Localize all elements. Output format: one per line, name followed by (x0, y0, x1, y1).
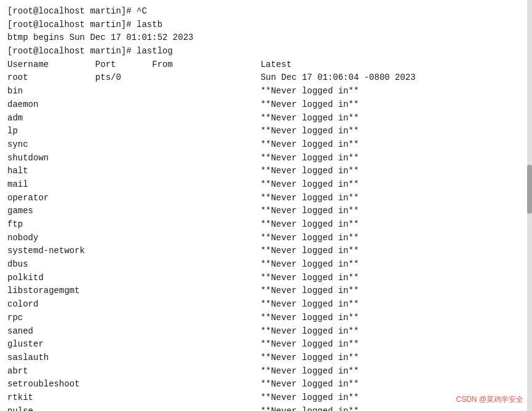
terminal-line: ftp **Never logged in** (7, 218, 525, 232)
terminal-line: [root@localhost martin]# lastlog (7, 45, 525, 58)
terminal-line: setroubleshoot **Never logged in** (7, 378, 525, 391)
terminal-line: bin **Never logged in** (7, 85, 525, 98)
terminal-line: pulse **Never logged in** (7, 405, 525, 411)
scrollbar-thumb[interactable] (527, 165, 532, 214)
terminal-line: adm **Never logged in** (7, 112, 525, 125)
terminal-line: abrt **Never logged in** (7, 365, 525, 378)
terminal-line: [root@localhost martin]# lastb (7, 18, 525, 32)
watermark: CSDN @菜鸡学安全 (456, 394, 523, 405)
terminal-line: rtkit **Never logged in** (7, 391, 525, 405)
terminal: [root@localhost martin]# ^C[root@localho… (0, 0, 532, 411)
terminal-line: shutdown **Never logged in** (7, 152, 525, 165)
terminal-line: games **Never logged in** (7, 205, 525, 218)
terminal-line: dbus **Never logged in** (7, 258, 525, 272)
terminal-line: saslauth **Never logged in** (7, 351, 525, 365)
terminal-line: rpc **Never logged in** (7, 311, 525, 325)
terminal-line: nobody **Never logged in** (7, 232, 525, 245)
terminal-line: lp **Never logged in** (7, 125, 525, 138)
terminal-line: saned **Never logged in** (7, 325, 525, 339)
terminal-line: operator **Never logged in** (7, 192, 525, 205)
terminal-line: [root@localhost martin]# ^C (7, 5, 525, 18)
terminal-line: mail **Never logged in** (7, 178, 525, 192)
terminal-line: systemd-network **Never logged in** (7, 245, 525, 258)
terminal-line: polkitd **Never logged in** (7, 272, 525, 285)
terminal-line: Username Port From Latest (7, 58, 525, 72)
terminal-line: libstoragemgmt **Never logged in** (7, 284, 525, 298)
terminal-line: gluster **Never logged in** (7, 338, 525, 351)
terminal-line: root pts/0 Sun Dec 17 01:06:04 -0800 202… (7, 71, 525, 85)
terminal-line: daemon **Never logged in** (7, 98, 525, 112)
terminal-line: colord **Never logged in** (7, 298, 525, 311)
terminal-line: sync **Never logged in** (7, 138, 525, 152)
terminal-line: btmp begins Sun Dec 17 01:01:52 2023 (7, 31, 525, 45)
terminal-output: [root@localhost martin]# ^C[root@localho… (7, 5, 525, 411)
scrollbar[interactable] (527, 0, 532, 411)
terminal-line: halt **Never logged in** (7, 165, 525, 178)
